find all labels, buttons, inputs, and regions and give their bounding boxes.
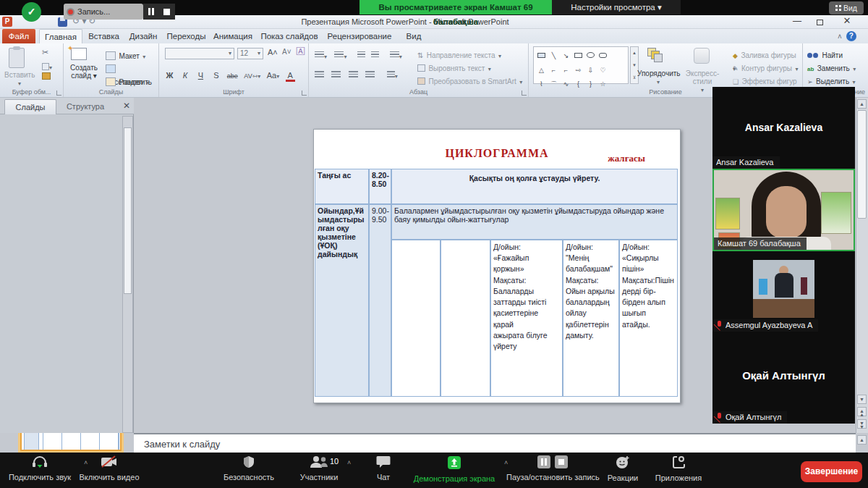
shape-oval-icon[interactable]: [584, 51, 597, 62]
new-slide-button[interactable]: Создать слайд ▾: [65, 64, 103, 80]
arrange-icon[interactable]: [647, 48, 663, 64]
tab-slideshow[interactable]: Показ слайдов: [258, 29, 320, 43]
pause-recording-icon[interactable]: [148, 8, 154, 15]
quick-styles-icon[interactable]: [694, 48, 710, 64]
tab-design[interactable]: Дизайн: [125, 29, 161, 43]
participant-tile-okay[interactable]: Оқай Алтынгүл Оқай Алтынгүл: [712, 332, 855, 424]
stop-record-icon[interactable]: [555, 455, 568, 468]
shadow-button[interactable]: S: [211, 71, 221, 80]
shape-elbow-icon[interactable]: ⌐: [548, 65, 560, 76]
format-painter-icon[interactable]: [42, 72, 51, 80]
previous-slide-icon[interactable]: ▲▲: [857, 407, 867, 416]
justify-icon[interactable]: [365, 71, 375, 78]
tab-animations[interactable]: Анимация: [211, 29, 255, 43]
layout-button[interactable]: Макет ▾: [106, 49, 145, 62]
section-button[interactable]: Раздел ▾: [106, 75, 149, 88]
next-slide-icon[interactable]: ▼▼: [857, 419, 867, 429]
shape-line-icon[interactable]: ╲: [548, 51, 560, 62]
shape-arrow-icon[interactable]: ↘: [560, 51, 572, 62]
arrange-button[interactable]: Упорядочить▾: [637, 70, 679, 85]
tab-home[interactable]: Главная: [39, 29, 82, 43]
tab-review[interactable]: Рецензирование: [324, 29, 395, 43]
line-spacing-icon[interactable]: [390, 51, 399, 59]
tab-slides-thumbnails[interactable]: Слайды: [4, 99, 56, 114]
collapse-ribbon-icon[interactable]: ˄: [838, 33, 842, 41]
chat-button[interactable]: Чат: [365, 455, 401, 481]
stop-recording-icon[interactable]: [163, 9, 170, 15]
increase-indent-icon[interactable]: [371, 51, 379, 59]
italic-button[interactable]: К: [180, 71, 190, 80]
start-video-button[interactable]: Включить видео: [76, 455, 142, 481]
participant-tile-assemgul[interactable]: Assemgul Ayazbayeva A: [712, 251, 855, 332]
scroll-up-icon[interactable]: ▲: [857, 99, 867, 109]
tab-insert[interactable]: Вставка: [86, 29, 122, 43]
shape-rectangle-icon[interactable]: [572, 51, 584, 62]
apps-button[interactable]: Приложения: [650, 455, 707, 482]
minimize-button[interactable]: —: [791, 16, 804, 27]
bullets-icon[interactable]: [315, 51, 324, 59]
pause-record-icon[interactable]: [537, 455, 550, 468]
participant-tile-kamshat-active[interactable]: Камшат 69 балабақша: [712, 169, 855, 251]
text-direction-button[interactable]: ⇅ Направление текста ▾: [417, 48, 501, 61]
shapes-gallery[interactable]: ╲↘ △⌐⌐⇨⇩♡ ⌇⌒∿{}☆: [533, 46, 629, 84]
share-screen-button[interactable]: Демонстрация экрана: [409, 455, 500, 483]
zoom-view-button[interactable]: Вид: [829, 1, 864, 14]
align-center-icon[interactable]: [331, 71, 341, 78]
pause-stop-recording-button[interactable]: Пауза/остановить запись: [506, 455, 599, 481]
shape-outline-button[interactable]: ✎ Контур фигуры ▾: [733, 61, 798, 74]
find-button[interactable]: Найти: [807, 48, 843, 61]
shape-image-icon[interactable]: [535, 51, 548, 62]
notes-pane[interactable]: Заметки к слайду: [134, 433, 856, 453]
bold-button[interactable]: Ж: [165, 71, 174, 80]
clear-formatting-icon[interactable]: 🄰: [297, 47, 305, 56]
scrollbar-thumb[interactable]: [857, 110, 867, 219]
numbering-icon[interactable]: [334, 51, 344, 59]
font-name-combo[interactable]: ▾: [165, 48, 234, 59]
new-slide-icon[interactable]: ✦: [71, 48, 87, 63]
select-button[interactable]: ➢ Выделить ▾: [807, 74, 856, 87]
underline-button[interactable]: Ч: [196, 71, 205, 80]
participants-options-chevron-icon[interactable]: ˄: [347, 459, 351, 466]
shape-heart-icon[interactable]: ♡: [597, 65, 609, 76]
character-spacing-button[interactable]: AV⇿▾: [244, 72, 260, 80]
shape-down-arrow-icon[interactable]: ⇩: [584, 65, 597, 76]
view-settings-dropdown[interactable]: Настройки просмотра ▾: [552, 0, 681, 14]
paste-icon[interactable]: [9, 48, 25, 68]
paste-button[interactable]: Вставить▾: [4, 71, 35, 87]
current-slide-canvas[interactable]: ЦИКЛОГРАММА жалғасы Таңғы ас 8.20- 8.50 …: [313, 129, 681, 403]
shape-right-arrow-icon[interactable]: ⇨: [572, 65, 584, 76]
join-audio-button[interactable]: Подключить звук: [3, 455, 77, 481]
paragraph-dialog-launcher[interactable]: [522, 91, 527, 96]
slides-scrollbar-thumb[interactable]: [124, 127, 132, 294]
tab-transitions[interactable]: Переходы: [165, 29, 208, 43]
replace-button[interactable]: ab Заменить ▾: [807, 61, 856, 74]
shape-triangle-icon[interactable]: △: [535, 65, 548, 76]
font-size-combo[interactable]: 12▾: [237, 48, 263, 59]
grow-font-icon[interactable]: A˄: [268, 48, 278, 56]
cut-icon[interactable]: ✂: [42, 48, 48, 57]
participant-tile-ansar[interactable]: Ansar Kazalieva Ansar Kazalieva: [712, 87, 855, 169]
restore-button[interactable]: [813, 16, 826, 27]
font-dialog-launcher[interactable]: [302, 91, 307, 96]
align-right-icon[interactable]: [349, 71, 358, 78]
decrease-indent-icon[interactable]: [357, 51, 365, 59]
close-panel-icon[interactable]: ✕: [123, 101, 130, 111]
copy-icon[interactable]: ▾: [42, 59, 52, 72]
end-meeting-button[interactable]: Завершение: [801, 461, 862, 482]
shape-rounded-rect-icon[interactable]: [597, 51, 609, 62]
align-left-icon[interactable]: [315, 71, 324, 78]
change-case-button[interactable]: Aa▾: [267, 71, 279, 80]
tab-view[interactable]: Вид: [399, 29, 429, 43]
shape-elbow-arrow-icon[interactable]: ⌐: [560, 65, 572, 76]
tab-outline[interactable]: Структура: [58, 99, 113, 114]
notes-scroll-up-icon[interactable]: ▲: [857, 435, 867, 445]
strikethrough-button[interactable]: abe: [227, 72, 238, 80]
scroll-down-icon[interactable]: ▼: [857, 395, 867, 404]
shrink-font-icon[interactable]: A˅: [282, 48, 292, 56]
tab-file[interactable]: Файл: [2, 29, 35, 43]
close-button[interactable]: ✕: [841, 16, 854, 27]
help-icon[interactable]: ?: [846, 31, 856, 41]
participants-button[interactable]: Участники: [288, 455, 350, 481]
clipboard-dialog-launcher[interactable]: [56, 91, 61, 96]
align-text-button[interactable]: Выровнять текст ▾: [417, 61, 491, 74]
